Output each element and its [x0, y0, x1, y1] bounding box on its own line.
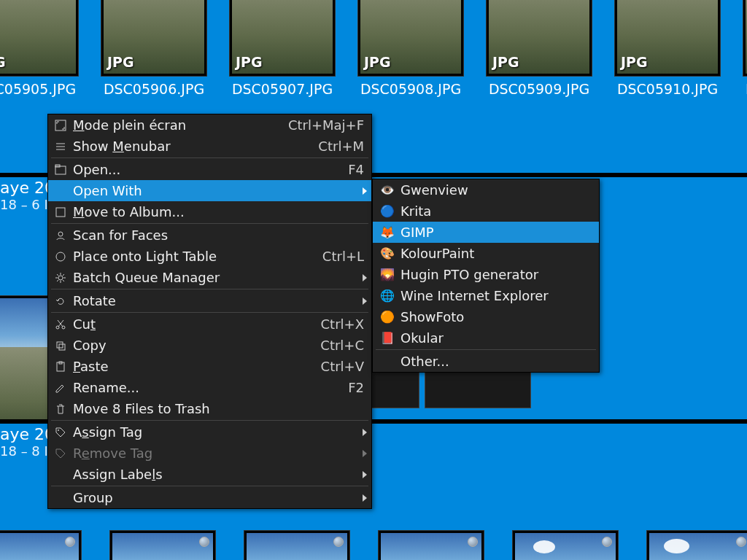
- menu-item-rename[interactable]: Rename... F2: [48, 377, 371, 398]
- hugin-icon: 🌄: [380, 268, 395, 282]
- menu-item-scan-faces[interactable]: Scan for Faces: [48, 225, 371, 246]
- menu-item-paste[interactable]: Paste Ctrl+V: [48, 356, 371, 377]
- app-label: ShowFoto: [400, 309, 592, 324]
- submenu-item-hugin[interactable]: 🌄 Hugin PTO generator: [373, 264, 599, 285]
- app-label: Hugin PTO generator: [400, 267, 592, 282]
- menu-item-rotate[interactable]: Rotate: [48, 290, 371, 311]
- submenu-arrow-icon: [363, 187, 367, 195]
- filename-label: DSC05905.JPG: [0, 81, 79, 97]
- thumb[interactable]: [643, 530, 747, 560]
- jpg-badge: JPG: [492, 54, 519, 70]
- menu-item-light-table[interactable]: Place onto Light Table Ctrl+L: [48, 246, 371, 267]
- submenu-item-krita[interactable]: 🔵 Krita: [373, 201, 599, 222]
- submenu-item-wine-ie[interactable]: 🌐 Wine Internet Explorer: [373, 285, 599, 306]
- menu-item-trash[interactable]: Move 8 Files to Trash: [48, 398, 371, 419]
- app-label: Other...: [400, 354, 592, 369]
- submenu-arrow-icon: [363, 274, 367, 281]
- album-header[interactable]: aye 20 18 – 8 I: [0, 424, 55, 459]
- menu-label: Group: [73, 490, 364, 505]
- submenu-item-gimp[interactable]: 🦊 GIMP: [373, 222, 599, 243]
- svg-rect-3: [56, 208, 65, 217]
- rename-icon: [53, 380, 69, 396]
- menu-item-batch[interactable]: Batch Queue Manager: [48, 267, 371, 288]
- filename-label: DSC05909.JPG: [486, 81, 592, 97]
- submenu-item-gwenview[interactable]: 👁️ Gwenview: [373, 179, 599, 201]
- paste-icon: [53, 359, 69, 375]
- thumb[interactable]: JPG DSC05909.JPG: [486, 0, 592, 97]
- gear-icon: [53, 270, 69, 286]
- thumb[interactable]: [509, 530, 622, 560]
- trash-icon: [53, 401, 69, 417]
- blank-icon: [380, 354, 395, 369]
- fullscreen-icon: [53, 117, 69, 133]
- thumb[interactable]: JPG DSC05905.JPG: [0, 0, 79, 97]
- menu-item-move-album[interactable]: Move to Album...: [48, 201, 371, 222]
- open-with-submenu: 👁️ Gwenview 🔵 Krita 🦊 GIMP 🎨 KolourPaint…: [372, 179, 600, 373]
- menu-item-copy[interactable]: Copy Ctrl+C: [48, 335, 371, 356]
- submenu-arrow-icon: [363, 471, 367, 478]
- accelerator: F2: [348, 380, 364, 395]
- blank-icon: [53, 183, 69, 199]
- thumb[interactable]: [375, 530, 487, 560]
- thumb[interactable]: JPG DSC05911.JPG: [743, 0, 747, 97]
- globe-icon: [199, 537, 209, 547]
- empty-frame: [365, 370, 419, 408]
- thumb[interactable]: [241, 530, 353, 560]
- submenu-item-kolourpaint[interactable]: 🎨 KolourPaint: [373, 243, 599, 264]
- album-title: aye 20: [0, 425, 55, 443]
- submenu-item-other[interactable]: Other...: [373, 351, 599, 372]
- submenu-arrow-icon: [363, 450, 367, 457]
- rotate-icon: [53, 293, 69, 309]
- thumb[interactable]: JPG DSC05910.JPG: [614, 0, 721, 97]
- empty-frame: [425, 370, 531, 408]
- menu-item-open-with[interactable]: Open With: [48, 180, 371, 201]
- thumb[interactable]: [107, 530, 219, 560]
- menu-item-cut[interactable]: Cut Ctrl+X: [48, 314, 371, 335]
- thumb[interactable]: JPG DSC05906.JPG: [101, 0, 207, 97]
- menu-item-assign-labels[interactable]: Assign Labels: [48, 464, 371, 485]
- submenu-arrow-icon: [363, 298, 367, 305]
- menu-label: Scan for Faces: [73, 228, 364, 243]
- app-label: Gwenview: [400, 182, 592, 198]
- menubar-icon: [53, 139, 69, 155]
- jpg-badge: JPG: [364, 54, 391, 70]
- menu-label: Rotate: [73, 293, 364, 308]
- menu-item-menubar[interactable]: Show Menubar Ctrl+M: [48, 136, 371, 157]
- svg-rect-10: [59, 344, 65, 350]
- svg-rect-9: [57, 342, 63, 348]
- gwenview-icon: 👁️: [380, 183, 395, 198]
- album-header[interactable]: aye 20 18 – 6 I: [0, 177, 55, 212]
- menu-item-open[interactable]: Open... F4: [48, 159, 371, 180]
- svg-point-6: [58, 276, 63, 280]
- menu-label: Rename...: [73, 380, 319, 395]
- menu-label: Move 8 Files to Trash: [73, 401, 364, 416]
- context-menu: Mode plein écran Ctrl+Maj+F Show Menubar…: [47, 114, 372, 509]
- menu-item-group[interactable]: Group: [48, 487, 371, 508]
- tag-remove-icon: [53, 446, 69, 462]
- thumb[interactable]: [0, 530, 85, 560]
- jpg-badge: JPG: [0, 54, 6, 70]
- accelerator: F4: [348, 162, 364, 177]
- gimp-icon: 🦊: [380, 225, 395, 240]
- filename-label: DSC05908.JPG: [357, 81, 464, 97]
- menu-item-fullscreen[interactable]: Mode plein écran Ctrl+Maj+F: [48, 114, 371, 136]
- thumb[interactable]: JPG DSC05908.JPG: [357, 0, 464, 97]
- submenu-item-okular[interactable]: 📕 Okular: [373, 327, 599, 349]
- app-label: Wine Internet Explorer: [400, 288, 592, 303]
- open-icon: [53, 162, 69, 178]
- accelerator: Ctrl+M: [318, 139, 364, 154]
- menu-item-assign-tag[interactable]: Assign Tag: [48, 421, 371, 443]
- ie-icon: 🌐: [380, 289, 395, 303]
- light-table-icon: [53, 249, 69, 265]
- thumb[interactable]: JPG DSC05907.JPG: [229, 0, 336, 97]
- filename-label: DSC05911.JPG: [743, 81, 747, 97]
- accelerator: Ctrl+L: [322, 249, 364, 264]
- submenu-arrow-icon: [363, 494, 367, 502]
- showfoto-icon: 🟠: [380, 310, 395, 324]
- krita-icon: 🔵: [380, 204, 395, 219]
- app-label: Okular: [400, 330, 592, 346]
- menu-label: Batch Queue Manager: [73, 270, 364, 285]
- submenu-item-showfoto[interactable]: 🟠 ShowFoto: [373, 306, 599, 327]
- svg-point-4: [58, 232, 63, 236]
- globe-icon: [736, 537, 746, 547]
